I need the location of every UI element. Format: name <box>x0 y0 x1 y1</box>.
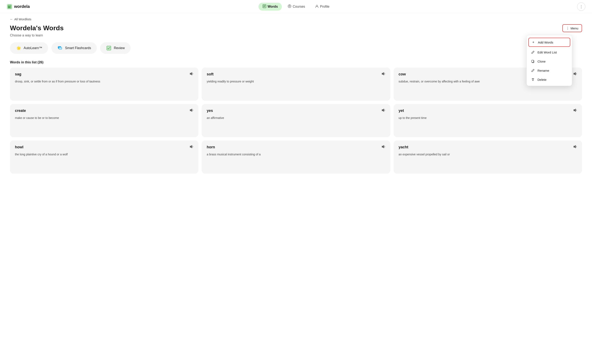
word-card: howl the long plaintive cry of a hound o… <box>10 140 198 174</box>
word-card-header: sag <box>15 72 193 77</box>
word-title: yes <box>207 109 213 113</box>
word-card: yet up to the present time <box>394 104 582 137</box>
word-title: create <box>15 109 26 113</box>
main-content: Wordela's Words Choose a way to learn ⋮ … <box>0 21 592 182</box>
header: w wordela Words <box>0 0 592 13</box>
flashcards-label: Smart Flashcards <box>65 46 91 50</box>
menu-button[interactable]: ⋮ Menu <box>562 24 582 32</box>
add-words-icon: + <box>531 40 535 44</box>
svg-point-8 <box>289 6 290 7</box>
breadcrumb-area: ← All Wordlists <box>0 13 592 21</box>
word-definition: up to the present time <box>399 116 577 120</box>
nav-profile[interactable]: Profile <box>311 3 334 11</box>
edit-word-list-label: Edit Word List <box>538 51 557 54</box>
rename-icon <box>531 68 535 72</box>
dropdown-rename[interactable]: Rename <box>527 66 572 75</box>
main-nav: Words Courses Profile <box>258 3 334 11</box>
profile-icon <box>315 4 319 9</box>
word-card: yes an affirmative <box>202 104 390 137</box>
svg-marker-19 <box>190 109 192 112</box>
review-label: Review <box>114 46 125 50</box>
nav-profile-label: Profile <box>320 5 329 8</box>
word-card-header: soft <box>207 72 385 77</box>
word-count-title: Words in this list (26) <box>10 60 582 64</box>
svg-marker-17 <box>382 72 384 75</box>
word-title: horn <box>207 145 215 149</box>
sound-icon[interactable] <box>573 108 577 113</box>
word-card: yacht an expensive vessel propelled by s… <box>394 140 582 174</box>
dropdown-edit-word-list[interactable]: Edit Word List <box>527 48 572 57</box>
svg-marker-22 <box>190 145 192 148</box>
word-card-header: yet <box>399 108 577 113</box>
word-card-header: yes <box>207 108 385 113</box>
svg-text:w: w <box>8 5 10 8</box>
logo: w wordela <box>7 4 30 10</box>
word-card-header: yacht <box>399 145 577 150</box>
svg-marker-23 <box>382 145 384 148</box>
back-arrow-icon: ← <box>10 17 13 21</box>
dropdown-clone[interactable]: Clone <box>527 57 572 66</box>
nav-courses[interactable]: Courses <box>283 3 309 11</box>
sound-icon[interactable] <box>381 145 385 150</box>
svg-marker-20 <box>382 109 384 112</box>
words-icon <box>263 4 266 9</box>
flashcards-icon <box>57 45 63 51</box>
svg-rect-12 <box>532 60 533 62</box>
sound-icon[interactable] <box>189 108 193 113</box>
delete-label: Delete <box>538 78 546 81</box>
word-title: cow <box>399 72 406 77</box>
word-grid: sag droop, sink, or settle from or as if… <box>10 68 582 174</box>
word-card: soft yielding readily to pressure or wei… <box>202 68 390 101</box>
review-icon <box>106 45 112 51</box>
nav-courses-label: Courses <box>293 5 305 8</box>
courses-icon <box>288 4 291 9</box>
nav-words[interactable]: Words <box>258 3 282 11</box>
smart-flashcards-btn[interactable]: Smart Flashcards <box>51 42 97 54</box>
sound-icon[interactable] <box>189 145 193 150</box>
sound-icon[interactable] <box>381 72 385 77</box>
word-card-header: howl <box>15 145 193 150</box>
dropdown-add-words[interactable]: + Add Words <box>528 38 570 47</box>
add-words-label: Add Words <box>538 41 553 44</box>
review-btn[interactable]: Review <box>100 42 130 54</box>
logo-text: wordela <box>14 4 30 9</box>
clone-label: Clone <box>538 60 546 63</box>
word-title: sag <box>15 72 21 77</box>
header-more-btn[interactable]: ⋮ <box>577 2 585 11</box>
word-title: soft <box>207 72 213 77</box>
word-title: yacht <box>399 145 408 149</box>
sound-icon[interactable] <box>381 108 385 113</box>
svg-rect-14 <box>59 47 62 49</box>
autolearn-btn[interactable]: 🌟 AutoLearn™ <box>10 42 48 54</box>
dropdown-menu: + Add Words Edit Word List Cl <box>526 35 572 86</box>
word-card: sag droop, sink, or settle from or as if… <box>10 68 198 101</box>
word-card: horn a brass musical instrument consisti… <box>202 140 390 174</box>
page-title: Wordela's Words <box>10 24 582 32</box>
breadcrumb-label: All Wordlists <box>14 17 31 21</box>
learning-options: 🌟 AutoLearn™ Smart Flashcards Review <box>10 42 582 54</box>
logo-icon: w <box>7 4 13 10</box>
word-title: yet <box>399 109 404 113</box>
header-right: ⋮ <box>577 2 585 11</box>
sound-icon[interactable] <box>573 145 577 150</box>
svg-marker-24 <box>573 145 576 148</box>
word-definition: the long plaintive cry of a hound or a w… <box>15 152 193 157</box>
svg-marker-18 <box>573 72 576 75</box>
nav-words-label: Words <box>268 5 278 8</box>
clone-icon <box>531 59 535 63</box>
delete-icon <box>531 78 535 82</box>
menu-btn-label: Menu <box>570 26 578 30</box>
word-definition: a brass musical instrument consisting of… <box>207 152 385 157</box>
svg-marker-16 <box>190 72 192 75</box>
back-button[interactable]: ← All Wordlists <box>10 17 31 21</box>
word-card-header: horn <box>207 145 385 150</box>
word-definition: make or cause to be or to become <box>15 116 193 120</box>
word-card-header: create <box>15 108 193 113</box>
menu-btn-area: ⋮ Menu + Add Words Edit Word List <box>562 24 582 32</box>
dropdown-delete[interactable]: Delete <box>527 75 572 84</box>
word-title: howl <box>15 145 23 149</box>
sound-icon[interactable] <box>189 72 193 77</box>
menu-dots-icon: ⋮ <box>566 26 569 30</box>
sound-icon[interactable] <box>573 72 577 77</box>
word-definition: an expensive vessel propelled by sail or <box>399 152 577 157</box>
